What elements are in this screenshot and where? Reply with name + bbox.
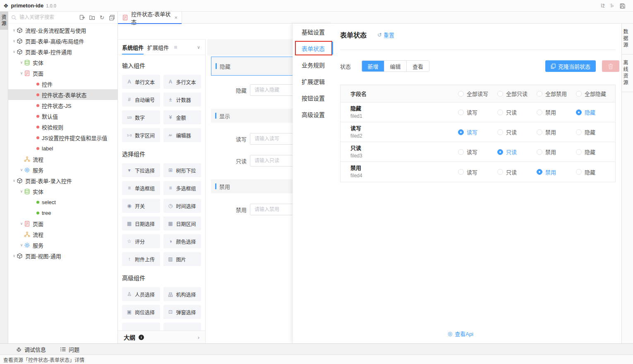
expand-icon[interactable]: ∨ xyxy=(19,60,24,64)
editor-tab-active[interactable]: 控件状态-表单状态 × xyxy=(118,12,182,24)
palette-item-数字区间[interactable]: 1~3数字区间 xyxy=(122,128,160,142)
settings-menu-item-高级设置[interactable]: 高级设置 xyxy=(293,106,333,123)
radio-icon[interactable] xyxy=(576,91,582,97)
radio-icon[interactable] xyxy=(458,149,464,155)
radio-option-filed3-禁用[interactable]: 禁用 xyxy=(537,148,576,156)
tree-item-校验规则[interactable]: 校验规则 xyxy=(8,121,117,132)
radio-icon[interactable] xyxy=(537,129,542,135)
state-option-查看[interactable]: 查看 xyxy=(407,61,429,71)
tree-item-页面-视图-通用[interactable]: ∨页面-视图-通用 xyxy=(8,250,117,261)
tree-item-页面[interactable]: ∨页面 xyxy=(8,218,117,229)
settings-menu-item-扩展逻辑[interactable]: 扩展逻辑 xyxy=(293,73,333,90)
refresh-icon[interactable]: ↻ xyxy=(99,14,105,21)
radio-option-filed4-只读[interactable]: 只读 xyxy=(497,168,537,176)
expand-icon[interactable]: ∨ xyxy=(12,28,17,32)
radio-icon[interactable] xyxy=(497,149,503,155)
radio-icon[interactable] xyxy=(458,109,464,115)
state-option-新增[interactable]: 新增 xyxy=(362,61,384,71)
reset-link[interactable]: ↺ 重置 xyxy=(377,31,394,39)
tree-item-控件状态-表单状态[interactable]: 控件状态-表单状态 xyxy=(8,89,117,100)
palette-tab-扩展组件[interactable]: 扩展组件 xyxy=(147,40,169,55)
radio-option-filed2-禁用[interactable]: 禁用 xyxy=(537,128,576,136)
palette-tab-系统组件[interactable]: 系统组件 xyxy=(122,40,144,55)
radio-icon[interactable] xyxy=(576,129,582,135)
tree-item-页面-表单-控件通用[interactable]: ∨页面-表单-控件通用 xyxy=(8,46,117,57)
radio-icon[interactable] xyxy=(537,169,542,175)
expand-icon[interactable]: ∨ xyxy=(19,168,24,172)
chevron-right-icon[interactable]: › xyxy=(198,334,199,340)
new-folder-icon[interactable] xyxy=(89,14,95,21)
view-api-link[interactable]: ◎ 查看Api xyxy=(448,330,473,338)
expand-icon[interactable]: ∨ xyxy=(12,254,17,258)
palette-item-岗位选择[interactable]: ▣岗位选择 xyxy=(122,305,160,319)
state-option-编辑[interactable]: 编辑 xyxy=(384,61,407,71)
expand-icon[interactable]: ∨ xyxy=(12,50,17,54)
tree-item-select[interactable]: select xyxy=(8,197,117,207)
palette-item-多行文本[interactable]: A多行文本 xyxy=(163,75,201,89)
radio-icon[interactable] xyxy=(458,169,464,175)
titlebar-glyph-icon-2[interactable]: î› xyxy=(611,3,614,9)
tree-item-控件[interactable]: 控件 xyxy=(8,79,117,89)
palette-item-计数器[interactable]: ±计数器 xyxy=(163,93,201,107)
tree-item-label[interactable]: label xyxy=(8,143,117,154)
radio-icon[interactable] xyxy=(497,129,503,135)
expand-icon[interactable]: ∨ xyxy=(19,189,24,193)
header-option-全部隐藏[interactable]: 全部隐藏 xyxy=(576,90,615,98)
tree-item-JS设置控件提交值和显示值[interactable]: JS设置控件提交值和显示值 xyxy=(8,132,117,143)
tree-item-默认值[interactable]: 默认值 xyxy=(8,111,117,121)
radio-icon[interactable] xyxy=(497,169,503,175)
bottom-bar-item-问题[interactable]: 问题 xyxy=(60,345,79,353)
tree-item-控件状态-JS[interactable]: 控件状态-JS xyxy=(8,100,117,111)
header-option-全部禁用[interactable]: 全部禁用 xyxy=(537,90,576,98)
delete-state-button[interactable] xyxy=(602,60,619,72)
tree-item-流程[interactable]: 流程 xyxy=(8,229,117,240)
tree-item-页面[interactable]: ∨页面 xyxy=(8,68,117,79)
palette-item-附件上传[interactable]: ↑附件上传 xyxy=(122,252,160,266)
palette-item-弹窗选择[interactable]: ⊡弹窗选择 xyxy=(163,305,201,319)
palette-item-单选框组[interactable]: ≡单选框组 xyxy=(122,181,160,195)
radio-option-filed2-隐藏[interactable]: 隐藏 xyxy=(576,128,615,136)
radio-option-filed3-只读[interactable]: 只读 xyxy=(497,148,537,156)
palette-item-机构选择[interactable]: 品机构选择 xyxy=(163,287,201,301)
titlebar-glyph-icon-1[interactable]: îž xyxy=(601,3,604,9)
collapse-all-icon[interactable] xyxy=(109,14,115,21)
radio-icon[interactable] xyxy=(537,109,542,115)
radio-icon[interactable] xyxy=(497,109,503,115)
radio-icon[interactable] xyxy=(576,149,582,155)
radio-option-filed3-读写[interactable]: 读写 xyxy=(458,148,497,156)
bottom-bar-item-调试信息[interactable]: 调试信息 xyxy=(16,345,46,353)
radio-option-filed1-读写[interactable]: 读写 xyxy=(458,108,497,116)
radio-option-filed1-禁用[interactable]: 禁用 xyxy=(537,108,576,116)
radio-icon[interactable] xyxy=(458,129,464,135)
locate-file-icon[interactable] xyxy=(79,14,85,21)
expand-icon[interactable]: ∨ xyxy=(19,243,24,247)
tree-item-服务[interactable]: ∨服务 xyxy=(8,240,117,250)
right-dock-tab-离线资源[interactable]: 离线资源 xyxy=(622,55,633,92)
settings-menu-item-业务规则[interactable]: 业务规则 xyxy=(293,57,333,73)
palette-item-单行文本[interactable]: A单行文本 xyxy=(122,75,160,89)
header-option-全部只读[interactable]: 全部只读 xyxy=(497,90,537,98)
right-dock-tab-数据源[interactable]: 数据源 xyxy=(622,24,633,55)
radio-icon[interactable] xyxy=(537,149,542,155)
radio-icon[interactable] xyxy=(458,91,464,97)
tree-item-页面-表单-高级/布局组件[interactable]: ∨页面-表单-高级/布局组件 xyxy=(8,36,117,46)
palette-item-颜色选择[interactable]: ◑颜色选择 xyxy=(163,234,201,248)
radio-option-filed2-只读[interactable]: 只读 xyxy=(497,128,537,136)
outline-bar[interactable]: 大纲 i › xyxy=(118,331,205,343)
palette-item-时间选择[interactable]: ◷时间选择 xyxy=(163,199,201,213)
palette-item-图片[interactable]: ▨图片 xyxy=(163,252,201,266)
palette-item-自动编号[interactable]: #自动编号 xyxy=(122,93,160,107)
settings-menu-item-表单状态[interactable]: 表单状态 xyxy=(293,40,333,57)
tab-close-icon[interactable]: × xyxy=(174,14,177,21)
palette-item-clipped[interactable] xyxy=(122,323,160,331)
expand-icon[interactable]: ∨ xyxy=(19,221,24,226)
radio-option-filed3-隐藏[interactable]: 隐藏 xyxy=(576,148,615,156)
radio-icon[interactable] xyxy=(537,91,542,97)
radio-option-filed1-隐藏[interactable]: 隐藏 xyxy=(576,108,615,116)
search-input[interactable] xyxy=(19,14,79,20)
palette-item-日期区间[interactable]: ▦日期区间 xyxy=(163,216,201,231)
save-icon[interactable] xyxy=(619,3,626,9)
palette-chevron-down-icon[interactable]: ∨ xyxy=(197,45,200,50)
palette-item-数字[interactable]: 123数字 xyxy=(122,110,160,124)
tree-item-服务[interactable]: ∨服务 xyxy=(8,164,117,175)
